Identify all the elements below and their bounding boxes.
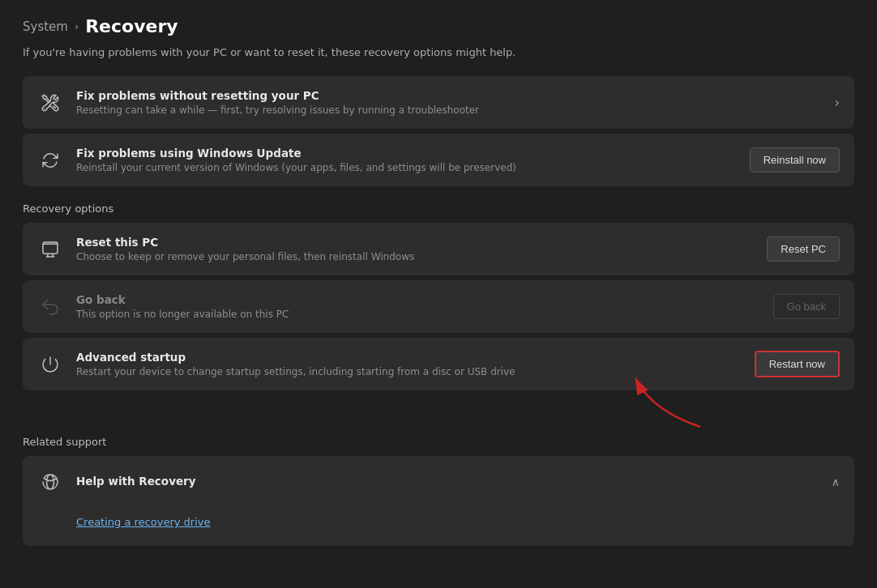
back-icon <box>37 294 63 320</box>
reset-pc-content: Reset this PC Choose to keep or remove y… <box>76 236 754 262</box>
creating-recovery-drive-link[interactable]: Creating a recovery drive <box>76 511 840 533</box>
fix-troubleshoot-card: Fix problems without resetting your PC R… <box>23 76 854 129</box>
go-back-content: Go back This option is no longer availab… <box>76 293 760 320</box>
help-recovery-body: Creating a recovery drive <box>23 508 854 546</box>
reset-pc-desc: Choose to keep or remove your personal f… <box>76 251 754 262</box>
cloud-icon <box>37 236 63 262</box>
fix-update-title: Fix problems using Windows Update <box>76 147 737 160</box>
arrow-spacer <box>23 395 854 420</box>
reinstall-now-action: Reinstall now <box>750 147 840 173</box>
help-recovery-header[interactable]: Help with Recovery ∧ <box>23 456 854 508</box>
help-recovery-title: Help with Recovery <box>76 475 196 488</box>
breadcrumb: System › Recovery <box>23 16 854 36</box>
reinstall-now-button[interactable]: Reinstall now <box>750 147 840 173</box>
advanced-startup-content: Advanced startup Restart your device to … <box>76 351 742 377</box>
advanced-startup-title: Advanced startup <box>76 351 742 364</box>
chevron-up-icon: ∧ <box>832 475 840 488</box>
reset-pc-card: Reset this PC Choose to keep or remove y… <box>23 223 854 275</box>
breadcrumb-current: Recovery <box>85 16 178 36</box>
page-subtitle: If you're having problems with your PC o… <box>23 46 854 58</box>
fix-troubleshoot-content: Fix problems without resetting your PC R… <box>76 89 822 116</box>
advanced-startup-desc: Restart your device to change startup se… <box>76 366 742 377</box>
related-section-label: Related support <box>23 436 854 448</box>
go-back-card: Go back This option is no longer availab… <box>23 280 854 333</box>
restart-now-action: Restart now <box>755 351 840 377</box>
go-back-action: Go back <box>773 294 840 319</box>
reset-pc-title: Reset this PC <box>76 236 754 249</box>
go-back-button: Go back <box>773 294 840 319</box>
go-back-desc: This option is no longer available on th… <box>76 309 760 320</box>
fix-update-card: Fix problems using Windows Update Reinst… <box>23 134 854 186</box>
go-back-title: Go back <box>76 293 760 306</box>
reset-pc-button[interactable]: Reset PC <box>767 236 840 262</box>
fix-troubleshoot-title: Fix problems without resetting your PC <box>76 89 822 102</box>
fix-update-desc: Reinstall your current version of Window… <box>76 162 737 173</box>
fix-update-content: Fix problems using Windows Update Reinst… <box>76 147 737 173</box>
breadcrumb-system: System <box>23 19 68 34</box>
refresh-icon <box>37 147 63 173</box>
breadcrumb-separator: › <box>75 20 79 32</box>
globe-icon <box>37 469 63 495</box>
reset-pc-action: Reset PC <box>767 236 840 262</box>
restart-now-button[interactable]: Restart now <box>755 351 840 377</box>
advanced-startup-icon <box>37 352 63 377</box>
advanced-startup-wrapper: Advanced startup Restart your device to … <box>23 338 854 390</box>
fix-troubleshoot-arrow[interactable]: › <box>835 95 840 110</box>
wrench-icon <box>37 90 63 116</box>
related-support-section: Related support Help with Recovery ∧ Cre… <box>23 436 854 546</box>
fix-troubleshoot-desc: Resetting can take a while — first, try … <box>76 104 822 116</box>
recovery-section-label: Recovery options <box>23 202 854 215</box>
help-recovery-card: Help with Recovery ∧ Creating a recovery… <box>23 456 854 546</box>
chevron-right-icon: › <box>835 95 840 110</box>
advanced-startup-card: Advanced startup Restart your device to … <box>23 338 854 390</box>
